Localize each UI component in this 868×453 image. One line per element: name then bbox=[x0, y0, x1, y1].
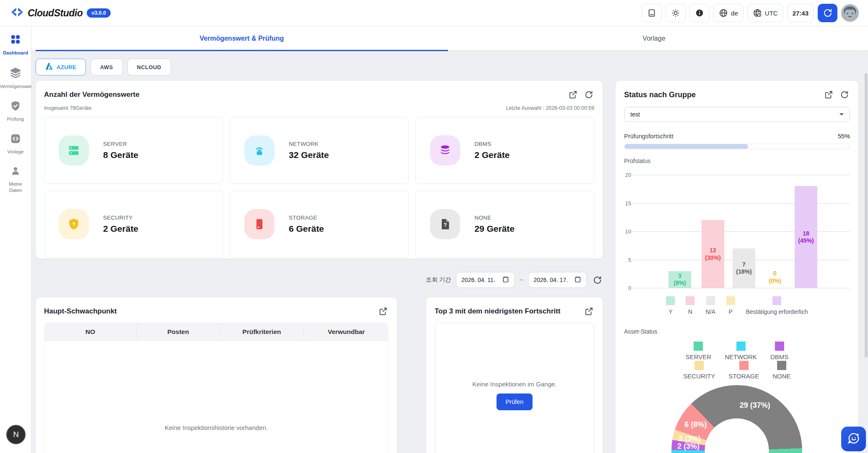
progress-fill bbox=[624, 144, 748, 149]
legend-swatch bbox=[736, 342, 746, 351]
date-to-value: 2026. 04. 17. bbox=[534, 277, 568, 283]
gridline bbox=[633, 175, 850, 175]
column-header-verwundbar: Verwundbar bbox=[304, 323, 389, 341]
shield-icon bbox=[59, 209, 89, 239]
session-timer-button[interactable]: 27:43 bbox=[787, 4, 814, 22]
donut-hole bbox=[705, 419, 769, 453]
bar-chart-legend: Y N N/A P Bestätigung erforderlich bbox=[616, 296, 858, 315]
sidebar-item-meine-daten[interactable]: Meine Daten bbox=[0, 166, 31, 194]
donut-slice-label-none: 29 (37%) bbox=[740, 401, 770, 410]
open-external-icon[interactable] bbox=[583, 306, 594, 317]
asset-legend-item-none: NONE bbox=[772, 361, 790, 380]
user-avatar[interactable] bbox=[841, 4, 859, 22]
open-external-icon[interactable] bbox=[567, 89, 578, 100]
bar-value-label: 7 (18%) bbox=[736, 261, 751, 275]
sidebar-item-vorlage[interactable]: Vorlage bbox=[0, 133, 31, 154]
date-from-input[interactable]: 2026. 04. 11. bbox=[456, 272, 515, 288]
info-icon bbox=[695, 8, 704, 18]
theme-button[interactable] bbox=[666, 4, 686, 22]
asset-total-label: Insgesamt 79Geräte bbox=[44, 105, 91, 111]
chat-assistant-button[interactable] bbox=[841, 427, 866, 451]
network-icon bbox=[244, 135, 275, 166]
open-external-icon[interactable] bbox=[823, 89, 834, 100]
profile-initial: N bbox=[13, 430, 19, 439]
legend-swatch bbox=[739, 361, 749, 370]
legend-swatch bbox=[686, 296, 694, 305]
profile-fab-button[interactable]: N bbox=[6, 425, 26, 444]
open-external-icon[interactable] bbox=[378, 306, 389, 317]
progress-label: Prüfungsfortschritt bbox=[624, 133, 674, 140]
bar-value-label: 18 (45%) bbox=[798, 230, 814, 244]
asset-tile-network: NETWORK32 Geräte bbox=[230, 117, 409, 184]
info-button[interactable] bbox=[689, 4, 710, 22]
refresh-icon[interactable] bbox=[839, 89, 850, 100]
provider-button-azure[interactable]: AZURE bbox=[36, 59, 86, 75]
legend-item-best-tigung-erforderlich: Bestätigung erforderlich bbox=[746, 296, 808, 315]
sidebar-item-dashboard[interactable]: Dashboard bbox=[0, 33, 31, 55]
donut-slice-label-dbms: 2 (3%) bbox=[677, 442, 700, 451]
group-status-card: Status nach Gruppe test Prüfungsfortschr… bbox=[616, 81, 858, 453]
language-button[interactable]: de bbox=[713, 4, 744, 22]
asset-tile-storage: STORAGE6 Geräte bbox=[230, 191, 409, 258]
group-select[interactable]: test bbox=[624, 107, 850, 122]
donut-slice-label-security: 2 (3%) bbox=[679, 435, 701, 443]
manual-button[interactable] bbox=[642, 4, 662, 22]
book-icon bbox=[647, 8, 656, 18]
lowest-progress-empty-panel: Keine Inspektionen im Gange. Prüfen bbox=[435, 323, 594, 453]
legend-swatch bbox=[775, 342, 784, 351]
sidebar-item-pr-fung[interactable]: Prüfung bbox=[0, 100, 31, 122]
dashboard-grid-icon bbox=[9, 33, 22, 47]
tab-vorlage[interactable]: Vorlage bbox=[448, 26, 860, 51]
pruefen-button[interactable]: Prüfen bbox=[496, 393, 533, 410]
session-refresh-button[interactable] bbox=[818, 4, 837, 22]
legend-swatch bbox=[706, 296, 715, 305]
date-refresh-icon[interactable] bbox=[592, 274, 603, 285]
calendar-icon bbox=[574, 276, 581, 284]
donut-chart-title: Asset-Status bbox=[624, 328, 657, 335]
no-inspections-message: Keine Inspektionen im Gange. bbox=[435, 381, 594, 388]
lowest-progress-title: Top 3 mit dem niedrigsten Fortschritt bbox=[435, 307, 560, 316]
pruefstatus-bar-chart: 051015203 (8%)12 (30%)7 (18%)0 (0%)18 (4… bbox=[624, 175, 850, 288]
asset-legend-row-2: SECURITY STORAGE NONE bbox=[616, 361, 858, 380]
version-badge: v3.0.0 bbox=[87, 8, 111, 18]
tab-verm-genswert-pr-fung[interactable]: Vermögenswert & Prüfung bbox=[36, 26, 448, 51]
legend-item-y: Y bbox=[666, 296, 675, 315]
database-icon bbox=[430, 135, 460, 166]
date-to-input[interactable]: 2026. 04. 17. bbox=[528, 272, 587, 288]
server-icon bbox=[59, 135, 89, 166]
y-axis-tick: 15 bbox=[624, 200, 631, 206]
vertical-scrollbar[interactable] bbox=[865, 73, 868, 357]
weakpoint-empty-message: Keine Inspektionshistorie vorhanden. bbox=[44, 424, 388, 431]
asset-count-title: Anzahl der Vermögenswerte bbox=[44, 91, 140, 99]
weakpoint-table: NOPostenPrüfkriterienVerwundbar Keine In… bbox=[44, 323, 389, 453]
main-weakpoint-card: Haupt-Schwachpunkt NOPostenPrüfkriterien… bbox=[36, 298, 397, 453]
asset-legend-item-dbms: DBMS bbox=[770, 342, 788, 360]
asset-status-donut-chart: 8 (10%)32 (41%)2 (3%)2 (3%)6 (8%)29 (37%… bbox=[671, 385, 802, 453]
provider-button-aws[interactable]: AWS bbox=[91, 59, 123, 75]
refresh-icon[interactable] bbox=[583, 89, 594, 100]
legend-swatch bbox=[726, 296, 735, 305]
legend-swatch bbox=[666, 296, 675, 305]
legend-swatch bbox=[772, 296, 781, 305]
asset-tile-server: SERVER8 Geräte bbox=[44, 117, 223, 184]
language-label: de bbox=[731, 10, 738, 17]
group-select-value: test bbox=[630, 111, 640, 118]
legend-swatch bbox=[694, 361, 704, 370]
unknown-file-icon: ? bbox=[430, 209, 460, 239]
provider-button-ncloud[interactable]: NCLOUD bbox=[127, 59, 171, 75]
sun-icon bbox=[671, 8, 680, 18]
refresh-icon bbox=[823, 8, 833, 18]
chevron-down-icon bbox=[839, 113, 844, 116]
bar-value-label: 0 (0%) bbox=[769, 270, 781, 285]
svg-text:?: ? bbox=[443, 222, 447, 228]
bar-chart-title: Prüfstatus bbox=[624, 158, 650, 164]
sidebar-item-verm-genswert[interactable]: Vermögenswert bbox=[0, 67, 31, 89]
legend-swatch bbox=[777, 361, 786, 370]
timezone-button[interactable]: UTC bbox=[747, 4, 783, 22]
legend-item-p: P bbox=[726, 296, 735, 315]
weakpoint-title: Haupt-Schwachpunkt bbox=[44, 307, 117, 316]
session-timer: 27:43 bbox=[793, 10, 808, 17]
date-range-separator: ~ bbox=[520, 277, 523, 283]
globe-icon bbox=[719, 8, 728, 18]
layers-icon bbox=[9, 67, 22, 81]
